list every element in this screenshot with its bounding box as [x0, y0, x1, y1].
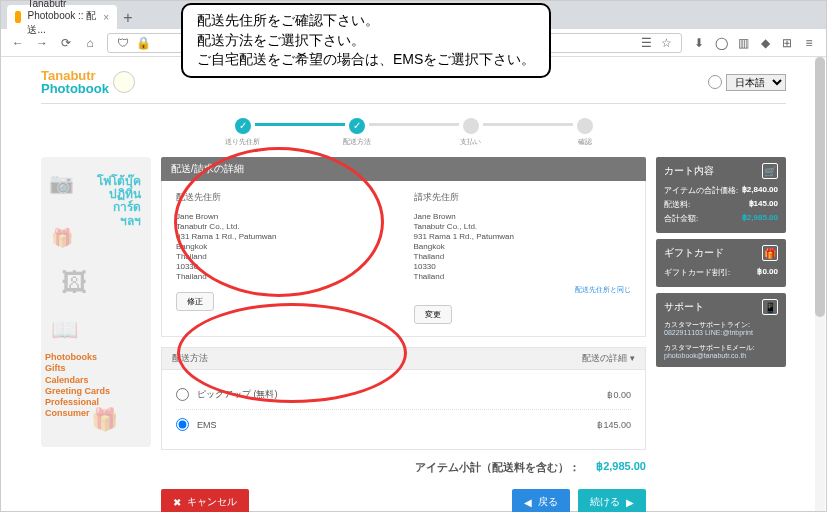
shipping-address-block: 配送先住所 Jane BrownTanabutr Co., Ltd. 931 R… [176, 191, 394, 324]
next-button[interactable]: 続ける▶ [578, 489, 646, 512]
site-logo[interactable]: Tanabutr Photobook [41, 69, 135, 95]
billing-address-block: 請求先住所 Jane BrownTanabutr Co., Ltd. 931 R… [414, 191, 632, 324]
shipping-detail-link[interactable]: 配送の詳細 ▾ [582, 352, 635, 365]
scrollbar-thumb[interactable] [815, 57, 825, 317]
subtotal-value: ฿2,985.00 [596, 460, 646, 475]
sidebar-link-photobooks[interactable]: Photobooks [45, 352, 110, 363]
scrollbar[interactable] [815, 57, 825, 511]
favicon [15, 11, 21, 23]
ems-radio[interactable] [176, 418, 189, 431]
sidebar-link-calendars[interactable]: Calendars [45, 375, 110, 386]
close-icon: ✖ [173, 497, 181, 508]
tab-title: Tanabutr Photobook :: 配送... [27, 0, 97, 37]
sidebar-link-cards[interactable]: Greeting Cards [45, 386, 110, 397]
giftcard-box: ギフトカード🎁 ギフトカード割引:฿0.00 [656, 239, 786, 287]
shield-icon: 🛡 [116, 36, 130, 50]
phone-icon: 📱 [762, 299, 778, 315]
close-tab-icon[interactable]: × [103, 12, 109, 23]
account-icon[interactable]: ◯ [714, 36, 728, 50]
checkout-progress: 送り先住所 配送方法 支払い 確認 [41, 104, 786, 157]
instruction-callout: 配送先住所をご確認下さい。 配送方法をご選択下さい。 ご自宅配送をご希望の場合は… [181, 3, 551, 78]
book-icon: 📖 [51, 317, 78, 343]
reader-icon[interactable]: ☰ [639, 36, 653, 50]
sidebar: 📷 โฟโต้บุ๊คปฏิทิน การ์ดฯลฯ 🎁 🖼 📖 🎁 Photo… [41, 157, 151, 447]
sidebar-link-professional[interactable]: Professional [45, 397, 110, 408]
picture-icon: 🖼 [61, 267, 87, 298]
cancel-button[interactable]: ✖キャンセル [161, 489, 249, 512]
star-icon[interactable]: ☆ [659, 36, 673, 50]
sidebar-link-gifts[interactable]: Gifts [45, 363, 110, 374]
back-button[interactable]: ◀戻る [512, 489, 570, 512]
globe-icon [708, 75, 722, 89]
gift-box-icon: 🎁 [762, 245, 778, 261]
download-icon[interactable]: ⬇ [692, 36, 706, 50]
shipping-option-ems[interactable]: EMS ฿145.00 [176, 410, 631, 439]
shipping-option-pickup[interactable]: ピックアップ (無料) ฿0.00 [176, 380, 631, 410]
home-icon[interactable]: ⌂ [83, 36, 97, 50]
forward-icon[interactable]: → [35, 36, 49, 50]
edit-shipping-button[interactable]: 修正 [176, 292, 214, 311]
address-panel-header: 配送/請求の詳細 [161, 157, 646, 181]
cart-summary-box: カート内容🛒 アイテムの合計価格:฿2,840.00 配送料:฿145.00 合… [656, 157, 786, 233]
new-tab-button[interactable]: + [117, 7, 139, 29]
cart-icon: 🛒 [762, 163, 778, 179]
arrow-right-icon: ▶ [626, 497, 634, 508]
back-icon[interactable]: ← [11, 36, 25, 50]
subtotal-label: アイテム小計（配送料を含む）： [415, 460, 580, 475]
library-icon[interactable]: ▥ [736, 36, 750, 50]
browser-tab[interactable]: Tanabutr Photobook :: 配送... × [7, 5, 117, 29]
arrow-left-icon: ◀ [524, 497, 532, 508]
menu-icon[interactable]: ≡ [802, 36, 816, 50]
support-box: サポート📱 カスタマーサポートライン: 0822911103 LINE:@tnb… [656, 293, 786, 367]
lock-icon: 🔒 [136, 36, 150, 50]
ext2-icon[interactable]: ⊞ [780, 36, 794, 50]
language-select[interactable]: 日本語 [726, 74, 786, 91]
shipping-method-header: 配送方法 [172, 352, 208, 365]
same-as-shipping-link[interactable]: 配送先住所と同じ [575, 286, 631, 293]
edit-billing-button[interactable]: 変更 [414, 305, 452, 324]
pickup-radio[interactable] [176, 388, 189, 401]
gift-icon: 🎁 [51, 227, 73, 249]
sidebar-link-consumer[interactable]: Consumer [45, 408, 110, 419]
reload-icon[interactable]: ⟳ [59, 36, 73, 50]
ext1-icon[interactable]: ◆ [758, 36, 772, 50]
camera-icon: 📷 [49, 171, 74, 195]
logo-badge-icon [113, 71, 135, 93]
